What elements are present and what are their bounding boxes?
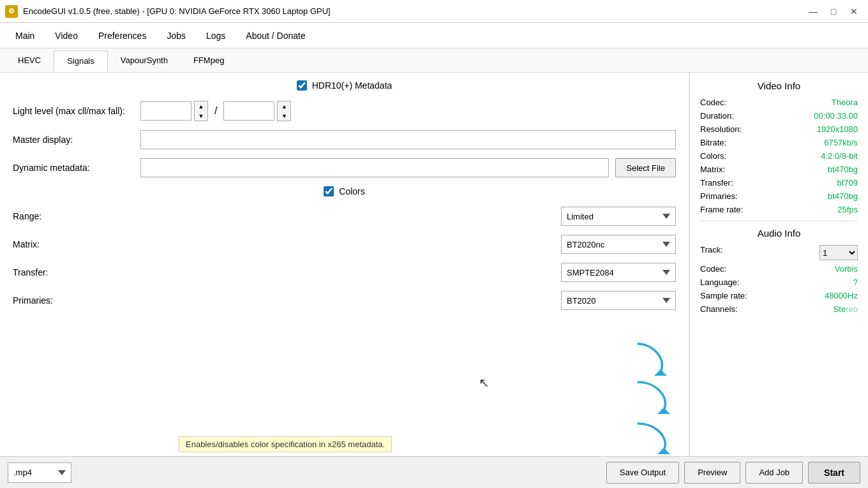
primaries-row: Primaries: BT2020 BT709 BT601: [10, 291, 678, 310]
info-transfer-key: Transfer:: [700, 178, 733, 188]
window-title: EncodeGUI v1.0.5 (free, stable) - [GPU 0…: [23, 6, 804, 16]
light-level-input2[interactable]: 1: [223, 101, 274, 121]
audio-channels-val: Stereo: [834, 304, 858, 314]
master-display-input[interactable]: G(13250,34500)B(7500,3000)R(34000,16000)…: [140, 130, 676, 149]
menu-logs[interactable]: Logs: [196, 26, 236, 46]
tab-ffmpeg[interactable]: FFMpeg: [181, 50, 237, 70]
dynamic-metadata-row: Dynamic metadata: Select File: [10, 158, 678, 177]
master-display-label: Master display:: [13, 135, 140, 145]
master-display-row: Master display: G(13250,34500)B(7500,300…: [10, 130, 678, 149]
bottom-left: .mp4 .mkv .mov: [8, 462, 601, 483]
transfer-label: Transfer:: [13, 267, 140, 277]
audio-channels-row: Channels: Stereo: [700, 304, 858, 314]
info-primaries-key: Primaries:: [700, 191, 738, 201]
transfer-select[interactable]: SMPTE2084 HLG BT709: [561, 263, 676, 282]
video-info-title: Video Info: [700, 80, 858, 91]
tab-vapoursynth[interactable]: VapourSynth: [108, 50, 181, 70]
info-codec-val: Theora: [832, 98, 858, 107]
hdr-metadata-checkbox[interactable]: [297, 80, 307, 91]
info-duration-val: 00:00:33.00: [814, 111, 858, 121]
minimize-button[interactable]: —: [804, 4, 822, 19]
range-label: Range:: [13, 211, 140, 221]
info-bitrate-key: Bitrate:: [700, 138, 726, 147]
menu-about-donate[interactable]: About / Donate: [236, 26, 315, 46]
audio-channels-key: Channels:: [700, 304, 738, 314]
audio-language-key: Language:: [700, 277, 739, 287]
audio-language-row: Language: ?: [700, 277, 858, 287]
info-colors-key: Colors:: [700, 151, 726, 161]
info-duration-row: Duration: 00:00:33.00: [700, 111, 858, 121]
spin-down-1[interactable]: ▼: [195, 111, 207, 121]
sub-tab-bar: HEVC Signals VapourSynth FFMpeg: [0, 48, 868, 73]
primaries-label: Primaries:: [13, 295, 140, 306]
transfer-row: Transfer: SMPTE2084 HLG BT709: [10, 263, 678, 282]
matrix-row: Matrix: BT2020nc BT709 BT601: [10, 235, 678, 254]
audio-codec-row: Codec: Vorbis: [700, 264, 858, 274]
spin-up-2[interactable]: ▲: [278, 101, 290, 111]
info-divider: [700, 221, 858, 221]
save-output-button[interactable]: Save Output: [606, 462, 679, 484]
app-icon: ⚙: [5, 5, 18, 18]
audio-track-select[interactable]: 1 2: [819, 245, 858, 260]
hdr-metadata-section: HDR10(+) Metadata: [10, 80, 678, 91]
info-primaries-val: bt470bg: [828, 191, 858, 201]
light-level-row: Light level (max cll/max fall): 1000 ▲ ▼…: [10, 101, 678, 121]
info-codec-key: Codec:: [700, 98, 726, 107]
info-resolution-row: Resolution: 1920x1080: [700, 124, 858, 134]
add-job-button[interactable]: Add Job: [745, 462, 803, 484]
info-framerate-key: Frame rate:: [700, 205, 743, 214]
spin-buttons-1: ▲ ▼: [194, 101, 208, 121]
info-duration-key: Duration:: [700, 111, 734, 121]
info-transfer-val: bt709: [837, 178, 858, 188]
colors-label: Colors: [339, 186, 364, 196]
audio-codec-key: Codec:: [700, 264, 726, 274]
slash-separator: /: [211, 105, 221, 117]
spin-down-2[interactable]: ▼: [278, 111, 290, 121]
audio-track-key: Track:: [700, 245, 723, 260]
preview-button[interactable]: Preview: [684, 462, 740, 484]
start-button[interactable]: Start: [808, 462, 860, 484]
info-framerate-row: Frame rate: 25fps: [700, 205, 858, 214]
audio-track-row: Track: 1 2: [700, 245, 858, 260]
menu-main[interactable]: Main: [5, 26, 45, 46]
title-bar: ⚙ EncodeGUI v1.0.5 (free, stable) - [GPU…: [0, 0, 868, 23]
menu-bar: Main Video Preferences Jobs Logs About /…: [0, 23, 868, 48]
spin-up-1[interactable]: ▲: [195, 101, 207, 111]
audio-samplerate-key: Sample rate:: [700, 291, 747, 300]
primaries-select[interactable]: BT2020 BT709 BT601: [561, 291, 676, 310]
select-file-button[interactable]: Select File: [615, 158, 676, 177]
light-level-label: Light level (max cll/max fall):: [13, 106, 140, 116]
audio-language-val: ?: [853, 277, 858, 287]
tab-signals[interactable]: Signals: [54, 50, 108, 71]
info-resolution-val: 1920x1080: [817, 124, 858, 134]
content-panel: HDR10(+) Metadata Light level (max cll/m…: [0, 73, 689, 456]
info-colors-row: Colors: 4:2:0/8-bit: [700, 151, 858, 161]
maximize-button[interactable]: □: [825, 4, 842, 19]
close-button[interactable]: ✕: [845, 4, 863, 19]
info-panel: Video Info Codec: Theora Duration: 00:00…: [689, 73, 868, 456]
range-select[interactable]: Limited Full: [561, 207, 676, 226]
light-level-input1[interactable]: 1000: [140, 101, 191, 121]
info-colors-val: 4:2:0/8-bit: [821, 151, 858, 161]
bottom-right: Save Output Preview Add Job Start: [606, 462, 860, 484]
range-row: Range: Limited Full: [10, 207, 678, 226]
info-matrix-key: Matrix:: [700, 165, 725, 174]
menu-preferences[interactable]: Preferences: [88, 26, 156, 46]
audio-codec-val: Vorbis: [835, 264, 858, 274]
menu-jobs[interactable]: Jobs: [156, 26, 196, 46]
menu-video[interactable]: Video: [45, 26, 88, 46]
info-matrix-val: bt470bg: [828, 165, 858, 174]
colors-section: Colors: [10, 186, 678, 196]
info-codec-row: Codec: Theora: [700, 98, 858, 107]
light-level-spinbox-group: 1000 ▲ ▼ / 1 ▲ ▼: [140, 101, 291, 121]
dynamic-metadata-input[interactable]: [140, 158, 609, 177]
main-layout: HDR10(+) Metadata Light level (max cll/m…: [0, 73, 868, 456]
info-bitrate-row: Bitrate: 6757kb/s: [700, 138, 858, 147]
matrix-select[interactable]: BT2020nc BT709 BT601: [561, 235, 676, 254]
colors-checkbox[interactable]: [324, 186, 334, 196]
format-select[interactable]: .mp4 .mkv .mov: [8, 462, 71, 483]
spin-buttons-2: ▲ ▼: [277, 101, 291, 121]
tab-hevc[interactable]: HEVC: [5, 50, 54, 70]
dynamic-metadata-label: Dynamic metadata:: [13, 163, 140, 173]
info-matrix-row: Matrix: bt470bg: [700, 165, 858, 174]
